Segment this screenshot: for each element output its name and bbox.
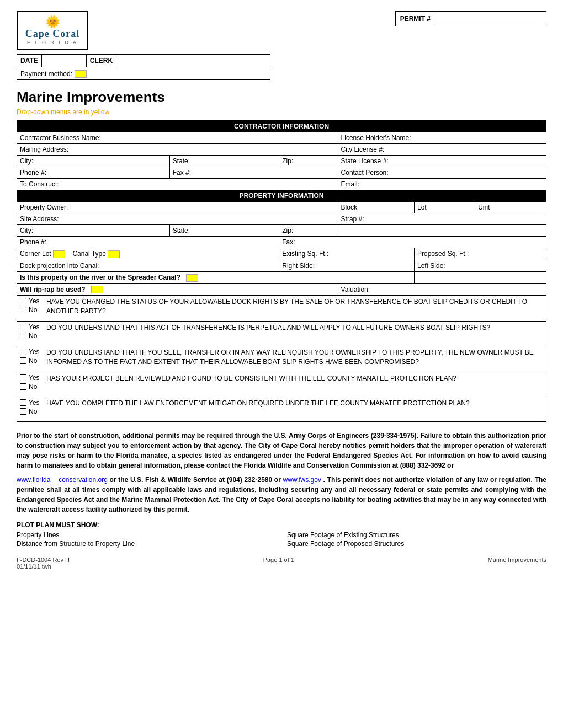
link-fws[interactable]: www.fws.gov xyxy=(283,476,321,484)
checkbox-yes-box-5[interactable] xyxy=(20,399,26,406)
mailing-address-label: Mailing Address: xyxy=(20,146,68,153)
checkbox-no-4[interactable]: No xyxy=(20,383,42,390)
prop-city-label: City: xyxy=(20,227,33,234)
checkbox-no-1[interactable]: No xyxy=(20,306,42,314)
prop-phone-cell: Phone #: xyxy=(17,237,279,248)
owner-label: Property Owner: xyxy=(20,204,68,211)
notice-section: Prior to the start of construction, addi… xyxy=(17,431,546,515)
state-license-cell: State License #: xyxy=(338,156,546,167)
right-side-label: Right Side: xyxy=(282,262,315,270)
riprap-cell: Will rip-rap be used? xyxy=(17,283,338,296)
logo-text: Cape Coral xyxy=(25,28,80,40)
zip-cell: Zip: xyxy=(279,156,338,167)
dock-projection-cell: Dock projection into Canal: xyxy=(17,260,279,271)
riprap-label: Will rip-rap be used? xyxy=(20,286,86,293)
block-cell: Block xyxy=(338,202,414,213)
fax-label: Fax #: xyxy=(173,169,191,176)
plot-plan-grid: Property Lines Square Footage of Existin… xyxy=(17,531,546,548)
state-label: State: xyxy=(173,157,190,165)
prop-state-cell: State: xyxy=(169,225,279,237)
city-cell: City: xyxy=(17,156,170,167)
no-label-3: No xyxy=(29,357,37,365)
checkbox-section-5: Yes No HAVE YOU COMPLETED THE LAW ENFORC… xyxy=(17,397,546,421)
clerk-value xyxy=(116,55,183,67)
notice-paragraph-1: Prior to the start of construction, addi… xyxy=(17,431,546,470)
checkbox-row-2: Yes No DO YOU UNDERSTAND THAT THIS ACT O… xyxy=(20,323,543,341)
strap-cell: Strap #: xyxy=(338,213,546,225)
site-address-cell: Site Address: xyxy=(17,213,338,225)
checkbox-col-2: Yes No xyxy=(20,323,42,341)
checkbox-col-1: Yes No xyxy=(20,297,42,315)
corner-lot-label: Corner Lot xyxy=(20,250,51,258)
prop-fax-label: Fax: xyxy=(282,238,295,246)
checkbox-col-4: Yes No xyxy=(20,374,42,392)
checkbox-no-2[interactable]: No xyxy=(20,332,42,340)
checkbox-no-box-2[interactable] xyxy=(20,333,26,339)
checkbox-no-3[interactable]: No xyxy=(20,357,42,365)
to-construct-cell: To Construct: xyxy=(17,179,338,190)
checkbox-yes-box-4[interactable] xyxy=(20,374,26,381)
checkbox-no-5[interactable]: No xyxy=(20,408,42,415)
page-title: Marine Improvements xyxy=(17,89,546,106)
lot-label: Lot xyxy=(417,204,427,211)
clerk-label: CLERK xyxy=(87,55,116,67)
yes-label-5: Yes xyxy=(29,399,40,406)
prop-empty-cell xyxy=(338,225,546,237)
river-spreader-dropdown[interactable] xyxy=(186,274,198,282)
to-construct-label: To Construct: xyxy=(20,180,59,188)
checkbox-no-box-1[interactable] xyxy=(20,307,26,313)
unit-cell: Unit xyxy=(475,202,546,213)
right-side-cell: Right Side: xyxy=(279,260,415,271)
canal-type-dropdown[interactable] xyxy=(108,250,120,258)
notice-paragraph-2: www.florida conservation.org or the U.S.… xyxy=(17,475,546,515)
riprap-dropdown[interactable] xyxy=(91,286,103,293)
plot-item-2: Distance from Structure to Property Line xyxy=(17,540,276,548)
checkbox-text-5: HAVE YOU COMPLETED THE LAW ENFORCEMENT M… xyxy=(46,399,543,408)
payment-row: Payment method: xyxy=(17,68,270,80)
river-spreader-cell: Is this property on the river or the Spr… xyxy=(17,271,415,283)
checkbox-no-box-5[interactable] xyxy=(20,408,26,415)
block-label: Block xyxy=(341,204,357,211)
license-holder-cell: License Holder's Name: xyxy=(338,132,546,144)
payment-dropdown[interactable] xyxy=(75,70,87,78)
permit-label: PERMIT # xyxy=(396,13,435,25)
form-number: F-DCD-1004 Rev H xyxy=(17,556,70,563)
checkbox-yes-3[interactable]: Yes xyxy=(20,348,42,356)
checkbox-row-3: Yes No DO YOU UNDERSTAND THAT IF YOU SEL… xyxy=(20,348,543,367)
checkbox-yes-1[interactable]: Yes xyxy=(20,297,42,305)
permit-value xyxy=(435,13,546,25)
checkbox-yes-box-3[interactable] xyxy=(20,349,26,355)
checkbox-yes-5[interactable]: Yes xyxy=(20,399,42,406)
checkbox-no-box-4[interactable] xyxy=(20,383,26,390)
phone-label: Phone #: xyxy=(20,169,46,176)
prop-state-label: State: xyxy=(173,227,190,234)
checkbox-text-3: DO YOU UNDERSTAND THAT IF YOU SELL, TRAN… xyxy=(46,348,543,367)
dropdown-note: Drop-down menus are in yellow xyxy=(17,108,546,116)
date-clerk-row: DATE CLERK xyxy=(17,54,270,67)
license-holder-label: License Holder's Name: xyxy=(341,134,411,142)
corner-lot-dropdown[interactable] xyxy=(53,250,65,258)
business-name-cell: Contractor Business Name: xyxy=(17,132,338,144)
yes-label-4: Yes xyxy=(29,374,40,382)
checkbox-section-1: Yes No HAVE YOU CHANGED THE STATUS OF YO… xyxy=(17,296,546,322)
checkbox-text-4: HAS YOUR PROJECT BEEN REVIEWED AND FOUND… xyxy=(46,374,543,383)
proposed-sqft-label: Proposed Sq. Ft.: xyxy=(417,250,469,258)
checkbox-yes-4[interactable]: Yes xyxy=(20,374,42,382)
checkbox-col-5: Yes No xyxy=(20,399,42,416)
checkbox-yes-box-2[interactable] xyxy=(20,324,26,330)
state-cell: State: xyxy=(169,156,279,167)
no-label-4: No xyxy=(29,383,37,390)
no-label-5: No xyxy=(29,408,37,415)
checkbox-row-4: Yes No HAS YOUR PROJECT BEEN REVIEWED AN… xyxy=(20,374,543,392)
logo-florida: F L O R I D A xyxy=(27,40,78,45)
date-value xyxy=(42,55,86,67)
page-footer: F-DCD-1004 Rev H 01/11/11 twh Page 1 of … xyxy=(17,556,546,570)
link-florida-conservation[interactable]: www.florida conservation.org xyxy=(17,476,108,484)
canal-type-label: Canal Type xyxy=(72,250,106,258)
checkbox-yes-box-1[interactable] xyxy=(20,298,26,304)
zip-label: Zip: xyxy=(282,157,293,165)
plot-item-3: Square Footage of Existing Structures xyxy=(287,531,546,539)
checkbox-no-box-3[interactable] xyxy=(20,357,26,364)
checkbox-yes-2[interactable]: Yes xyxy=(20,323,42,331)
checkbox-col-3: Yes No xyxy=(20,348,42,366)
